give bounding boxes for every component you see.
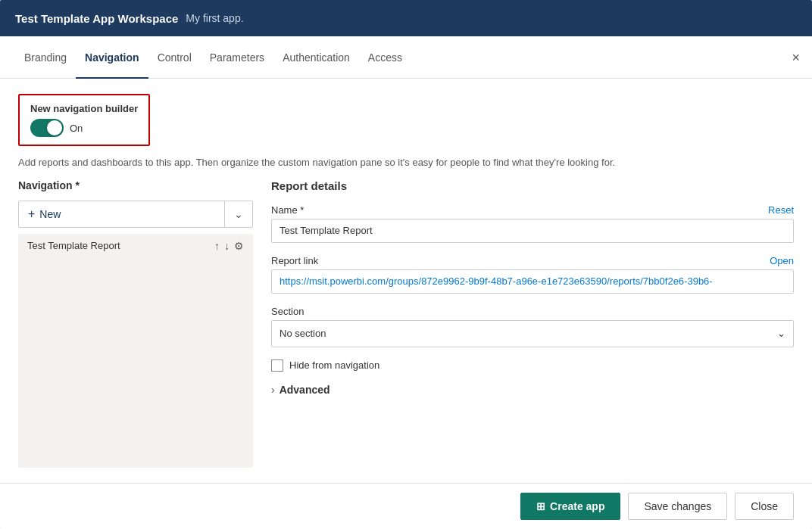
name-input[interactable] <box>271 219 794 243</box>
toggle-state-label: On <box>70 123 83 134</box>
advanced-row[interactable]: › Advanced <box>271 384 794 396</box>
reset-button[interactable]: Reset <box>768 204 794 216</box>
report-link-label-row: Report link Open <box>271 255 794 266</box>
tab-parameters[interactable]: Parameters <box>201 37 273 79</box>
name-label-row: Name * Reset <box>271 204 794 216</box>
report-link-input[interactable] <box>271 269 794 294</box>
grid-icon: ⊞ <box>536 500 545 512</box>
report-details-title: Report details <box>271 179 794 192</box>
toggle-knob <box>47 120 62 135</box>
new-button[interactable]: + New ⌄ <box>18 201 253 228</box>
tab-authentication[interactable]: Authentication <box>273 37 359 79</box>
nav-item-name: Test Template Report <box>27 240 120 251</box>
hide-from-nav-row[interactable]: Hide from navigation <box>271 359 794 372</box>
nav-builder-label: New navigation builder <box>30 103 138 114</box>
hide-from-nav-checkbox[interactable] <box>271 359 283 372</box>
nav-item-actions: ↑ ↓ ⚙ <box>214 240 244 252</box>
name-label: Name * <box>271 204 304 216</box>
new-button-label: New <box>39 208 61 220</box>
workspace-title: Test Template App Workspace <box>15 12 178 25</box>
modal-footer: ⊞ Create app Save changes Close <box>0 483 812 529</box>
hide-from-nav-label: Hide from navigation <box>289 359 379 371</box>
report-link-field-group: Report link Open <box>271 255 794 294</box>
close-button[interactable]: Close <box>735 493 794 520</box>
chevron-down-icon[interactable]: ⌄ <box>225 201 252 227</box>
left-panel: Navigation * + New ⌄ Test Template Repor… <box>18 179 253 468</box>
move-down-icon[interactable]: ↓ <box>224 240 230 252</box>
move-up-icon[interactable]: ↑ <box>214 240 220 252</box>
close-icon[interactable]: × <box>792 51 800 64</box>
close-label: Close <box>751 500 778 512</box>
toggle-row: On <box>30 119 138 137</box>
nav-builder-box: New navigation builder On <box>18 94 150 146</box>
settings-icon[interactable]: ⚙ <box>234 240 244 252</box>
tab-branding[interactable]: Branding <box>15 37 76 79</box>
create-app-button[interactable]: ⊞ Create app <box>520 493 620 520</box>
open-button[interactable]: Open <box>770 255 794 266</box>
nav-builder-toggle[interactable] <box>30 119 64 137</box>
tab-access[interactable]: Access <box>359 37 411 79</box>
navigation-section-label: Navigation * <box>18 179 253 191</box>
modal-header: Test Template App Workspace My first app… <box>0 0 812 36</box>
modal-window: Test Template App Workspace My first app… <box>0 0 812 529</box>
plus-icon: + <box>28 207 35 221</box>
section-select[interactable]: No section ⌄ <box>271 320 794 347</box>
description-text: Add reports and dashboards to this app. … <box>18 155 794 170</box>
app-subtitle: My first app. <box>186 12 243 24</box>
section-label: Section <box>271 306 794 317</box>
section-value: No section <box>280 328 326 339</box>
tab-navigation[interactable]: Navigation <box>76 37 148 79</box>
advanced-label: Advanced <box>280 384 330 396</box>
section-field-group: Section No section ⌄ <box>271 306 794 347</box>
nav-list-item[interactable]: Test Template Report ↑ ↓ ⚙ <box>18 234 253 258</box>
modal-body: New navigation builder On Add reports an… <box>0 79 812 483</box>
tab-control[interactable]: Control <box>148 37 201 79</box>
new-button-main[interactable]: + New <box>19 201 225 227</box>
right-panel: Report details Name * Reset Report link … <box>271 179 794 468</box>
create-app-label: Create app <box>550 500 604 512</box>
chevron-right-icon: › <box>271 384 275 396</box>
save-changes-label: Save changes <box>644 500 711 512</box>
chevron-down-icon: ⌄ <box>777 328 785 339</box>
tab-bar: Branding Navigation Control Parameters A… <box>0 36 812 79</box>
nav-list-area: Test Template Report ↑ ↓ ⚙ <box>18 234 253 468</box>
save-changes-button[interactable]: Save changes <box>628 493 727 520</box>
two-column-layout: Navigation * + New ⌄ Test Template Repor… <box>18 179 794 468</box>
report-link-label: Report link <box>271 255 318 266</box>
name-field-group: Name * Reset <box>271 204 794 243</box>
